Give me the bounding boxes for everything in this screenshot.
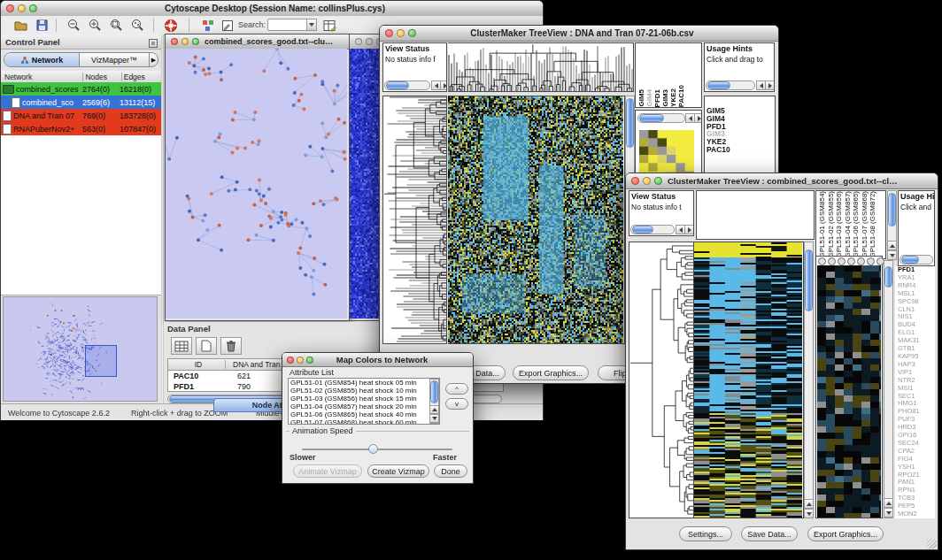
tv1-coltree-canvas[interactable]: [448, 43, 634, 92]
scroll-up-button[interactable]: [887, 241, 897, 250]
column-label[interactable]: GIM4: [645, 89, 653, 107]
column-label[interactable]: GIM3: [661, 89, 669, 107]
close-button[interactable]: [355, 38, 362, 45]
scroll-up-button[interactable]: [804, 499, 814, 509]
tv2-column-dendrogram-area[interactable]: [696, 190, 815, 240]
tv2-row-dendrogram[interactable]: [629, 242, 694, 518]
attribute-item[interactable]: GPL51-06 (GSM865) heat shock 40 min: [289, 410, 439, 418]
minimize-button[interactable]: [643, 177, 651, 185]
zoom-selected-icon[interactable]: [130, 18, 145, 33]
zoom-fit-icon[interactable]: [109, 18, 124, 33]
dialog-titlebar[interactable]: Map Colors to Network: [282, 353, 473, 367]
network-table-row[interactable]: combined_sco 2569(6) 13112(15): [1, 96, 161, 109]
attribute-list-vscrollbar[interactable]: [429, 379, 439, 424]
tv1-mini-hscrollbar[interactable]: [637, 113, 685, 123]
zoom-button[interactable]: [306, 357, 313, 364]
id-column-header[interactable]: ID: [168, 360, 226, 369]
done-button[interactable]: Done: [434, 464, 467, 478]
tv1-export-graphics-button[interactable]: Export Graphics...: [513, 365, 589, 380]
tv2-zoom-canvas[interactable]: [817, 265, 881, 518]
zoom-button[interactable]: [192, 38, 199, 45]
attribute-browser-icon[interactable]: [322, 18, 337, 33]
search-dropdown-button[interactable]: [306, 19, 317, 31]
network-table-row[interactable]: RNAPuberNov2+ 563(0) 107847(0): [1, 122, 161, 135]
resize-grip[interactable]: [927, 539, 937, 548]
tv2-zoom-vscrollbar[interactable]: [884, 260, 893, 518]
tv2-export-graphics-button[interactable]: Export Graphics...: [807, 526, 884, 541]
tv1-heat-canvas[interactable]: [448, 96, 623, 343]
overview-canvas[interactable]: [4, 297, 157, 401]
tv1-rowtree-canvas[interactable]: [383, 96, 446, 343]
new-attribute-icon[interactable]: [196, 337, 217, 355]
minimize-button[interactable]: [397, 29, 405, 37]
vizmapper-icon[interactable]: [200, 18, 215, 33]
column-label[interactable]: YKE2: [669, 88, 677, 107]
animation-slider-thumb[interactable]: [368, 444, 378, 454]
attribute-item[interactable]: GPL51-03 (GSM856) heat shock 15 min: [289, 395, 439, 403]
attribute-item[interactable]: GPL51-01 (GSM854) heat shock 05 min: [289, 379, 439, 387]
scrollbar-thumb[interactable]: [901, 256, 919, 264]
minimize-button[interactable]: [297, 357, 304, 364]
scroll-up-button[interactable]: [884, 498, 893, 508]
col-header-edges[interactable]: Edges: [122, 73, 161, 81]
save-icon[interactable]: [35, 18, 50, 33]
tv2-vscrollbar[interactable]: [804, 242, 814, 518]
zoom-in-icon[interactable]: [88, 18, 103, 33]
treeview2-titlebar[interactable]: ClusterMaker TreeView : combined_scores_…: [626, 173, 938, 189]
scroll-right-button[interactable]: [440, 81, 447, 90]
tab-network[interactable]: Network: [4, 53, 80, 66]
tv1-hints-scrollbar[interactable]: [706, 81, 755, 90]
search-input[interactable]: [267, 19, 308, 31]
zoom-button[interactable]: [654, 177, 662, 185]
close-button[interactable]: [171, 38, 178, 45]
tv2-hints-scrollbar[interactable]: [900, 255, 933, 265]
delete-attribute-icon[interactable]: [220, 337, 242, 355]
scroll-down-button[interactable]: [804, 509, 814, 518]
zoom-button[interactable]: [408, 29, 416, 37]
column-label[interactable]: PAC10: [677, 85, 685, 107]
gene-label[interactable]: MON2: [898, 510, 935, 518]
scroll-right-button[interactable]: [694, 113, 702, 123]
help-lifering-icon[interactable]: [163, 18, 178, 33]
tv2-status-scrollbar[interactable]: [630, 225, 675, 234]
tv1-heatmap[interactable]: [448, 96, 625, 344]
network-table-row[interactable]: DNA and Tran 07 769(0) 183728(0): [1, 109, 161, 122]
close-button[interactable]: [287, 357, 294, 364]
col-header-nodes[interactable]: Nodes: [83, 73, 121, 81]
network-table-row[interactable]: combined_scores 2764(0) 16218(0): [1, 82, 161, 96]
network1-canvas[interactable]: [166, 49, 347, 318]
minimize-button[interactable]: [366, 38, 373, 45]
move-up-button[interactable]: ^: [445, 383, 468, 395]
minimize-button[interactable]: [181, 38, 189, 45]
col-header-network[interactable]: Network: [1, 73, 83, 81]
tv1-column-dendrogram[interactable]: [448, 42, 634, 92]
column-label[interactable]: GPL51-06 (GSM865): [852, 191, 861, 258]
attribute-item[interactable]: GPL51-07 (GSM868) heat shock 60 min: [289, 418, 439, 425]
tv2-zoom-heatmap[interactable]: [817, 265, 881, 518]
column-label[interactable]: GPL51-07 (GSM868): [861, 191, 869, 258]
tv1-status-scrollbar[interactable]: [384, 81, 430, 90]
main-titlebar[interactable]: Cytoscape Desktop (Session Name: collins…: [1, 1, 543, 17]
network-overview-panel[interactable]: [3, 296, 158, 402]
tv2-heat-canvas[interactable]: [694, 242, 802, 518]
scroll-down-button[interactable]: [884, 508, 893, 518]
move-down-button[interactable]: v: [445, 398, 468, 410]
zoom-button[interactable]: [29, 4, 37, 12]
scroll-up-button[interactable]: [429, 405, 439, 414]
column-label[interactable]: GIM5: [637, 89, 645, 107]
scroll-right-button[interactable]: [765, 81, 775, 90]
scrollbar-thumb[interactable]: [386, 81, 409, 89]
column-label[interactable]: GPL51-02 (GSM855): [827, 191, 836, 258]
animate-vizmap-button[interactable]: Animate Vizmap: [293, 464, 362, 478]
network-view-canvas-area[interactable]: [166, 49, 347, 318]
scrollbar-thumb[interactable]: [430, 380, 438, 403]
scrollbar-thumb[interactable]: [626, 98, 634, 148]
tab-vizmapper[interactable]: VizMapper™: [80, 53, 150, 66]
close-button[interactable]: [6, 4, 14, 12]
gene-label[interactable]: PAC10: [706, 146, 775, 154]
tv2-rowtree-canvas[interactable]: [629, 242, 693, 518]
column-label[interactable]: GPL51-08 (GSM872): [869, 191, 877, 258]
tv1-row-dendrogram[interactable]: [382, 96, 447, 344]
column-label[interactable]: GPL51-01 (GSM854): [818, 191, 827, 258]
scrollbar-thumb[interactable]: [805, 249, 813, 311]
